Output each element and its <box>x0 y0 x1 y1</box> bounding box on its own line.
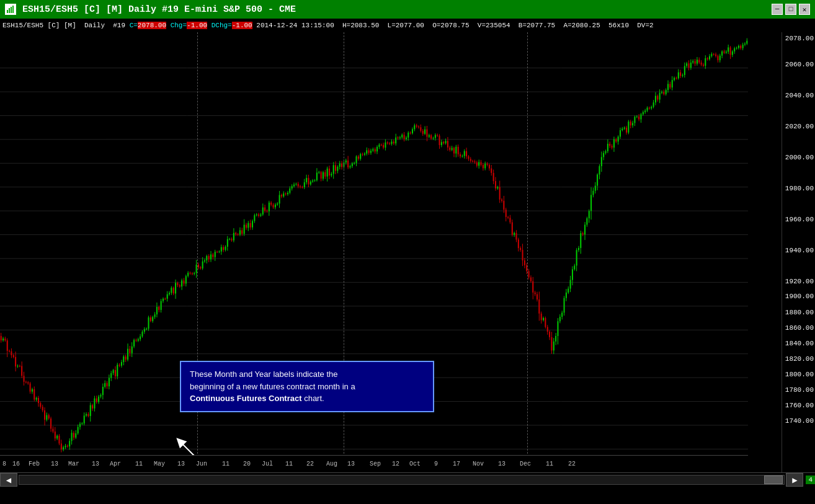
time-label-12: 12 <box>392 461 399 467</box>
time-label-13b: 13 <box>92 461 99 467</box>
price-1840: 1840.00 <box>785 340 814 347</box>
chart-icon <box>5 4 16 15</box>
price-2078: 2078.00 <box>785 35 814 42</box>
minimize-button[interactable]: ─ <box>772 4 783 15</box>
tooltip-text-1: These Month and Year labels indicate the… <box>190 369 355 403</box>
scroll-thumb[interactable] <box>764 475 783 484</box>
price-1760: 1760.00 <box>785 402 814 409</box>
time-label-11c: 11 <box>285 461 293 467</box>
time-label-22: 22 <box>306 461 314 467</box>
svg-rect-3 <box>12 6 14 13</box>
time-label-sep: Sep <box>370 461 381 467</box>
time-label-may: May <box>154 461 165 467</box>
price-2000: 2000.00 <box>785 154 814 161</box>
price-axis: 2078.00 2060.00 2040.00 2020.00 2000.00 … <box>782 32 815 472</box>
time-label-oct: Oct <box>409 461 421 467</box>
time-label-13d: 13 <box>347 461 355 467</box>
price-1980: 1980.00 <box>785 185 814 192</box>
chart-area: Jun14 Sep14 Dec14 Mar15 These Month and … <box>0 32 782 472</box>
svg-rect-2 <box>11 7 12 13</box>
symbol-info: ESH15/ESH5 [C] [M] Daily #19 <box>2 22 130 29</box>
time-label-mar: Mar <box>68 461 79 467</box>
price-1920: 1920.00 <box>785 278 814 285</box>
price-1900: 1900.00 <box>785 293 814 300</box>
time-axis: 8 16 Feb 13 Mar 13 Apr 11 May 13 Jun 11 … <box>0 455 748 472</box>
close-button[interactable]: ✕ <box>799 4 810 15</box>
tooltip-box: These Month and Year labels indicate the… <box>180 361 434 412</box>
price-2020: 2020.00 <box>785 123 814 130</box>
price-2040: 2040.00 <box>785 92 814 99</box>
price-1780: 1780.00 <box>785 386 814 394</box>
price-1940: 1940.00 <box>785 247 814 254</box>
time-label-11d: 11 <box>546 461 553 467</box>
title-text: ESH15/ESH5 [C] [M] Daily #19 E-mini S&P … <box>22 4 296 15</box>
scroll-track[interactable] <box>19 475 785 485</box>
time-label-8: 8 <box>2 461 6 467</box>
price-1860: 1860.00 <box>785 324 814 332</box>
svg-rect-0 <box>7 10 8 13</box>
time-label-aug: Aug <box>326 461 337 467</box>
v-line-3 <box>527 32 528 472</box>
price-1960: 1960.00 <box>785 216 814 223</box>
time-label-nov: Nov <box>473 461 484 467</box>
time-label-jun: Jun <box>196 461 207 467</box>
time-label-dec: Dec <box>520 461 531 467</box>
time-label-jul: Jul <box>262 461 273 467</box>
price-1820: 1820.00 <box>785 355 814 363</box>
time-label-11a: 11 <box>135 461 143 467</box>
maximize-button[interactable]: □ <box>785 4 796 15</box>
time-label-feb: Feb <box>29 461 40 467</box>
close-label: C= <box>130 22 138 29</box>
time-label-11b: 11 <box>222 461 229 467</box>
dchg-value: -1.00 <box>232 22 252 29</box>
time-label-13a: 13 <box>51 461 58 467</box>
ohlcv-info: 2014-12-24 13:15:00 H=2083.50 L=2077.00 … <box>252 22 654 29</box>
scroll-right-button[interactable]: ▶ <box>786 473 803 487</box>
time-label-17: 17 <box>453 461 460 467</box>
window-controls: ─ □ ✕ <box>772 4 810 15</box>
time-label-apr: Apr <box>110 461 121 467</box>
price-1800: 1800.00 <box>785 371 814 378</box>
price-1880: 1880.00 <box>785 309 814 316</box>
close-value: 2078.00 <box>138 22 166 29</box>
bottom-bar: ◀ ▶ 4 <box>0 472 815 487</box>
chg-label: Chg= <box>166 22 187 29</box>
price-1740: 1740.00 <box>785 417 814 425</box>
time-label-16: 16 <box>12 461 20 467</box>
svg-rect-1 <box>9 8 10 13</box>
scroll-left-button[interactable]: ◀ <box>0 473 17 487</box>
time-label-9: 9 <box>434 461 438 467</box>
time-label-20: 20 <box>243 461 251 467</box>
price-2060: 2060.00 <box>785 61 814 68</box>
time-label-22b: 22 <box>568 461 576 467</box>
time-label-13e: 13 <box>498 461 505 467</box>
chg-value: -1.00 <box>187 22 207 29</box>
time-label-13c: 13 <box>177 461 185 467</box>
title-bar: ESH15/ESH5 [C] [M] Daily #19 E-mini S&P … <box>0 0 815 19</box>
dchg-label: DChg= <box>207 22 232 29</box>
info-bar: ESH15/ESH5 [C] [M] Daily #19 C=2078.00 C… <box>0 19 815 32</box>
tooltip-bold: Continuous Futures Contract <box>190 394 302 403</box>
green-indicator: 4 <box>806 475 815 484</box>
